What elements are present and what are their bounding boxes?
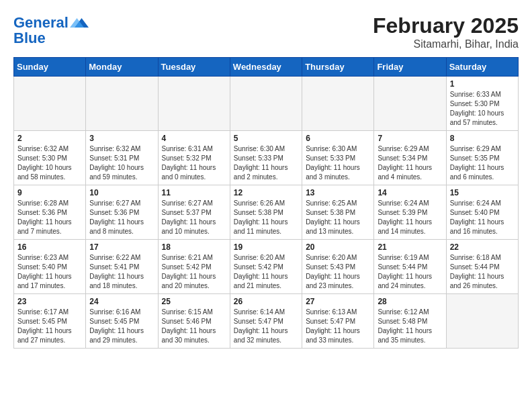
calendar-day-cell: 10Sunrise: 6:27 AM Sunset: 5:36 PM Dayli… — [86, 185, 158, 240]
calendar-day-cell: 23Sunrise: 6:17 AM Sunset: 5:45 PM Dayli… — [14, 294, 86, 349]
logo: General Blue — [13, 13, 89, 47]
day-info: Sunrise: 6:24 AM Sunset: 5:39 PM Dayligh… — [378, 199, 442, 236]
day-number: 3 — [89, 134, 154, 143]
day-info: Sunrise: 6:24 AM Sunset: 5:40 PM Dayligh… — [450, 199, 515, 236]
calendar-day-cell: 15Sunrise: 6:24 AM Sunset: 5:40 PM Dayli… — [446, 185, 518, 240]
calendar-day-cell: 16Sunrise: 6:23 AM Sunset: 5:40 PM Dayli… — [14, 240, 86, 294]
day-number: 13 — [306, 188, 370, 197]
day-info: Sunrise: 6:33 AM Sunset: 5:30 PM Dayligh… — [450, 90, 515, 128]
day-number: 12 — [234, 188, 298, 197]
calendar-week-row: 9Sunrise: 6:28 AM Sunset: 5:36 PM Daylig… — [14, 185, 519, 240]
weekday-header-sunday: Sunday — [14, 58, 86, 77]
day-number: 21 — [378, 242, 442, 252]
day-number: 9 — [17, 188, 82, 197]
day-number: 2 — [17, 134, 82, 143]
day-info: Sunrise: 6:28 AM Sunset: 5:36 PM Dayligh… — [17, 199, 82, 236]
day-info: Sunrise: 6:30 AM Sunset: 5:33 PM Dayligh… — [306, 144, 370, 182]
calendar-day-cell: 8Sunrise: 6:29 AM Sunset: 5:35 PM Daylig… — [446, 131, 518, 185]
title-block: February 2025 Sitamarhi, Bihar, India — [373, 13, 519, 50]
calendar-day-cell: 11Sunrise: 6:27 AM Sunset: 5:37 PM Dayli… — [158, 185, 230, 240]
day-info: Sunrise: 6:27 AM Sunset: 5:36 PM Dayligh… — [89, 199, 154, 236]
calendar-day-cell: 28Sunrise: 6:12 AM Sunset: 5:48 PM Dayli… — [374, 294, 446, 349]
day-number: 18 — [162, 242, 226, 252]
day-info: Sunrise: 6:30 AM Sunset: 5:33 PM Dayligh… — [234, 144, 298, 182]
day-info: Sunrise: 6:20 AM Sunset: 5:43 PM Dayligh… — [306, 253, 370, 291]
day-info: Sunrise: 6:13 AM Sunset: 5:47 PM Dayligh… — [306, 308, 370, 345]
day-number: 23 — [17, 297, 82, 306]
logo-icon — [70, 13, 89, 32]
day-info: Sunrise: 6:18 AM Sunset: 5:44 PM Dayligh… — [450, 253, 515, 291]
calendar-day-cell: 13Sunrise: 6:25 AM Sunset: 5:38 PM Dayli… — [302, 185, 374, 240]
weekday-header-friday: Friday — [374, 58, 446, 77]
calendar-day-cell — [302, 77, 374, 131]
day-info: Sunrise: 6:31 AM Sunset: 5:32 PM Dayligh… — [162, 144, 226, 182]
calendar-day-cell: 5Sunrise: 6:30 AM Sunset: 5:33 PM Daylig… — [230, 131, 302, 185]
day-info: Sunrise: 6:15 AM Sunset: 5:46 PM Dayligh… — [162, 308, 226, 345]
weekday-header-wednesday: Wednesday — [230, 58, 302, 77]
logo-text: General — [13, 15, 69, 31]
calendar-day-cell: 4Sunrise: 6:31 AM Sunset: 5:32 PM Daylig… — [158, 131, 230, 185]
day-number: 19 — [234, 242, 298, 252]
weekday-header-saturday: Saturday — [446, 58, 518, 77]
calendar-day-cell: 12Sunrise: 6:26 AM Sunset: 5:38 PM Dayli… — [230, 185, 302, 240]
day-number: 25 — [162, 297, 226, 306]
day-number: 17 — [89, 242, 154, 252]
weekday-header-tuesday: Tuesday — [158, 58, 230, 77]
day-number: 28 — [378, 297, 442, 306]
calendar-day-cell: 3Sunrise: 6:32 AM Sunset: 5:31 PM Daylig… — [86, 131, 158, 185]
calendar-day-cell — [14, 77, 86, 131]
day-info: Sunrise: 6:27 AM Sunset: 5:37 PM Dayligh… — [162, 199, 226, 236]
day-info: Sunrise: 6:32 AM Sunset: 5:31 PM Dayligh… — [89, 144, 154, 182]
day-number: 20 — [306, 242, 370, 252]
calendar-day-cell — [446, 294, 518, 349]
calendar-day-cell — [374, 77, 446, 131]
day-info: Sunrise: 6:16 AM Sunset: 5:45 PM Dayligh… — [89, 308, 154, 345]
calendar-day-cell: 20Sunrise: 6:20 AM Sunset: 5:43 PM Dayli… — [302, 240, 374, 294]
calendar-day-cell: 9Sunrise: 6:28 AM Sunset: 5:36 PM Daylig… — [14, 185, 86, 240]
day-info: Sunrise: 6:14 AM Sunset: 5:47 PM Dayligh… — [234, 308, 298, 345]
day-info: Sunrise: 6:29 AM Sunset: 5:35 PM Dayligh… — [450, 144, 515, 182]
calendar-day-cell: 24Sunrise: 6:16 AM Sunset: 5:45 PM Dayli… — [86, 294, 158, 349]
day-number: 24 — [89, 297, 154, 306]
calendar-day-cell — [86, 77, 158, 131]
weekday-header-row: SundayMondayTuesdayWednesdayThursdayFrid… — [14, 58, 519, 77]
weekday-header-thursday: Thursday — [302, 58, 374, 77]
calendar-day-cell: 25Sunrise: 6:15 AM Sunset: 5:46 PM Dayli… — [158, 294, 230, 349]
day-number: 7 — [378, 134, 442, 143]
day-info: Sunrise: 6:32 AM Sunset: 5:30 PM Dayligh… — [17, 144, 82, 182]
calendar-day-cell: 18Sunrise: 6:21 AM Sunset: 5:42 PM Dayli… — [158, 240, 230, 294]
day-number: 1 — [450, 79, 515, 89]
calendar-week-row: 16Sunrise: 6:23 AM Sunset: 5:40 PM Dayli… — [14, 240, 519, 294]
day-number: 6 — [306, 134, 370, 143]
day-number: 16 — [17, 242, 82, 252]
calendar-day-cell — [230, 77, 302, 131]
calendar-day-cell: 17Sunrise: 6:22 AM Sunset: 5:41 PM Dayli… — [86, 240, 158, 294]
day-number: 26 — [234, 297, 298, 306]
day-number: 8 — [450, 134, 515, 143]
day-number: 4 — [162, 134, 226, 143]
day-info: Sunrise: 6:12 AM Sunset: 5:48 PM Dayligh… — [378, 308, 442, 345]
day-info: Sunrise: 6:17 AM Sunset: 5:45 PM Dayligh… — [17, 308, 82, 345]
day-info: Sunrise: 6:22 AM Sunset: 5:41 PM Dayligh… — [89, 253, 154, 291]
day-number: 10 — [89, 188, 154, 197]
calendar-day-cell: 26Sunrise: 6:14 AM Sunset: 5:47 PM Dayli… — [230, 294, 302, 349]
calendar-week-row: 23Sunrise: 6:17 AM Sunset: 5:45 PM Dayli… — [14, 294, 519, 349]
day-info: Sunrise: 6:29 AM Sunset: 5:34 PM Dayligh… — [378, 144, 442, 182]
page-header: General Blue February 2025 Sitamarhi, Bi… — [13, 13, 519, 50]
calendar-week-row: 2Sunrise: 6:32 AM Sunset: 5:30 PM Daylig… — [14, 131, 519, 185]
calendar-table: SundayMondayTuesdayWednesdayThursdayFrid… — [13, 57, 519, 349]
calendar-day-cell: 27Sunrise: 6:13 AM Sunset: 5:47 PM Dayli… — [302, 294, 374, 349]
calendar-day-cell — [158, 77, 230, 131]
day-info: Sunrise: 6:25 AM Sunset: 5:38 PM Dayligh… — [306, 199, 370, 236]
calendar-day-cell: 19Sunrise: 6:20 AM Sunset: 5:42 PM Dayli… — [230, 240, 302, 294]
day-info: Sunrise: 6:20 AM Sunset: 5:42 PM Dayligh… — [234, 253, 298, 291]
day-info: Sunrise: 6:26 AM Sunset: 5:38 PM Dayligh… — [234, 199, 298, 236]
calendar-day-cell: 1Sunrise: 6:33 AM Sunset: 5:30 PM Daylig… — [446, 77, 518, 131]
day-number: 27 — [306, 297, 370, 306]
calendar-day-cell: 22Sunrise: 6:18 AM Sunset: 5:44 PM Dayli… — [446, 240, 518, 294]
calendar-week-row: 1Sunrise: 6:33 AM Sunset: 5:30 PM Daylig… — [14, 77, 519, 131]
calendar-day-cell: 2Sunrise: 6:32 AM Sunset: 5:30 PM Daylig… — [14, 131, 86, 185]
day-number: 11 — [162, 188, 226, 197]
calendar-day-cell: 7Sunrise: 6:29 AM Sunset: 5:34 PM Daylig… — [374, 131, 446, 185]
day-info: Sunrise: 6:19 AM Sunset: 5:44 PM Dayligh… — [378, 253, 442, 291]
